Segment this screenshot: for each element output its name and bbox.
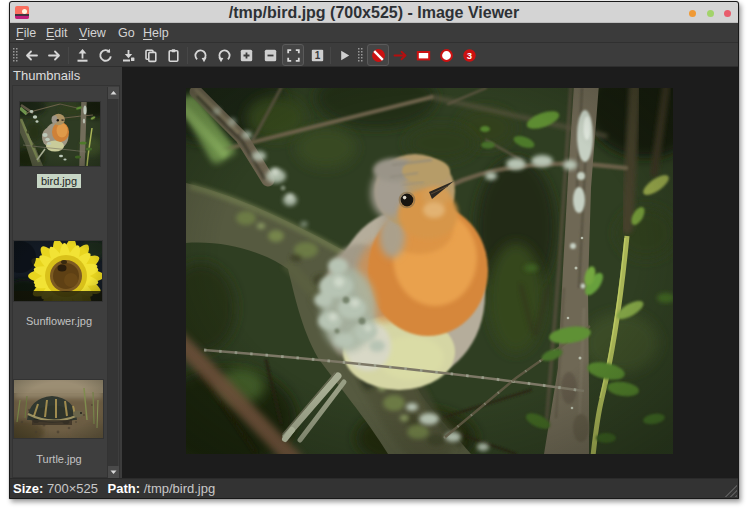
svg-text:3: 3 (466, 50, 471, 61)
svg-text:1: 1 (315, 50, 321, 61)
